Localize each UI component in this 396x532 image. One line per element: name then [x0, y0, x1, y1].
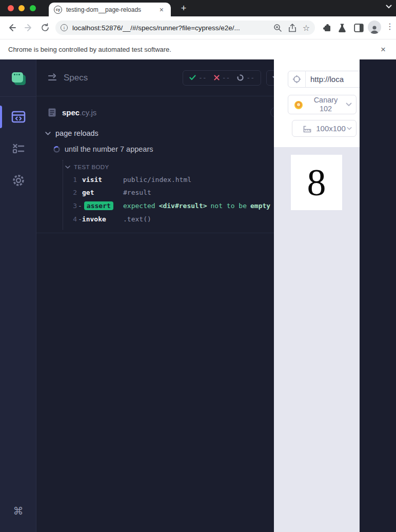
- spec-file-icon: [48, 108, 56, 117]
- specs-list-icon[interactable]: [47, 73, 58, 83]
- back-button[interactable]: [6, 22, 17, 33]
- suite-title: page reloads: [55, 129, 98, 137]
- runnables: page reloads until the number 7 appears …: [36, 123, 310, 233]
- command-number: 3: [70, 202, 77, 210]
- test-title: until the number 7 appears: [65, 145, 153, 153]
- attempt-block: TEST BODY 1 visit public/index.html 2 ge…: [63, 160, 304, 230]
- extensions-puzzle-icon[interactable]: [321, 22, 332, 33]
- fullscreen-window-button[interactable]: [30, 5, 36, 11]
- spec-row[interactable]: spec.cy.js 101ms: [36, 103, 310, 122]
- tab-title: testing-dom__page-reloads: [66, 6, 157, 13]
- command-number: 2: [70, 189, 77, 196]
- aut-viewport: 8: [274, 147, 360, 532]
- command-row-assert[interactable]: 3 -assert expected<div#result>not to bee…: [63, 199, 304, 213]
- viewport-select[interactable]: 100x100: [292, 120, 357, 137]
- attempt-label: TEST BODY: [74, 164, 109, 170]
- url-text[interactable]: localhost:52876/__/#/specs/runner?file=c…: [72, 24, 267, 32]
- test-row[interactable]: until the number 7 appears: [53, 145, 153, 153]
- command-name: -assert: [82, 201, 123, 210]
- spec-name: spec: [62, 108, 80, 117]
- aut-result-number: 8: [307, 163, 326, 201]
- stat-pending: --: [237, 74, 254, 81]
- sidebar-item-runs[interactable]: [0, 137, 36, 160]
- viewport-select-label: 100x100: [316, 124, 346, 133]
- ruler-icon: [303, 124, 312, 133]
- browser-menu-icon[interactable]: ⋮: [386, 22, 394, 31]
- command-message: public/index.html: [123, 176, 191, 183]
- spec-extension: .cy.js: [80, 108, 96, 117]
- check-icon: [189, 75, 196, 80]
- command-number: 4: [70, 215, 77, 223]
- command-message: #result: [123, 189, 151, 196]
- command-row-invoke[interactable]: 4 -invoke .text(): [63, 213, 304, 226]
- profile-avatar[interactable]: [368, 21, 381, 34]
- infobar-close-icon[interactable]: ×: [379, 44, 388, 55]
- sidebar-item-settings[interactable]: [0, 169, 36, 192]
- chevron-down-icon: [347, 127, 352, 130]
- minimize-window-button[interactable]: [18, 5, 25, 11]
- aut-url-value[interactable]: http://loca: [310, 75, 344, 84]
- pending-circle-icon: [237, 74, 244, 81]
- reload-button[interactable]: [39, 22, 51, 33]
- aut-panel: http://loca Canary 102 100x100 8: [274, 59, 360, 532]
- running-spinner-icon: [53, 146, 60, 153]
- divider: [305, 71, 306, 88]
- chevron-down-icon: [65, 166, 70, 169]
- side-panel-icon[interactable]: [353, 22, 364, 33]
- stat-passed: --: [189, 74, 207, 81]
- attempt-header[interactable]: TEST BODY: [63, 160, 304, 173]
- reporter-title: Specs: [64, 73, 183, 83]
- tab-close-icon[interactable]: ×: [157, 5, 166, 14]
- infobar-message: Chrome is being controlled by automated …: [8, 46, 379, 53]
- selector-playground-icon[interactable]: [292, 75, 301, 84]
- command-name: get: [82, 189, 123, 196]
- sidebar-item-specs[interactable]: [0, 106, 36, 128]
- browser-select[interactable]: Canary 102: [288, 95, 357, 114]
- x-icon: [214, 75, 220, 80]
- aut-iframe[interactable]: 8: [291, 155, 342, 210]
- bookmark-star-icon[interactable]: ☆: [303, 23, 310, 33]
- command-row-get[interactable]: 2 get #result: [63, 186, 304, 199]
- cypress-sidebar: ⌘: [0, 59, 36, 532]
- site-info-icon[interactable]: i: [61, 24, 68, 31]
- assert-badge: assert: [84, 201, 113, 210]
- forward-button[interactable]: [23, 22, 34, 33]
- cypress-app: ⌘ Specs -- -- --: [0, 59, 396, 532]
- chevron-down-icon: [45, 132, 51, 135]
- chevron-down-icon: [346, 103, 352, 107]
- browser-tab[interactable]: cy testing-dom__page-reloads ×: [49, 3, 171, 16]
- reporter-panel: Specs -- -- --: [36, 59, 310, 532]
- share-icon[interactable]: [288, 24, 296, 32]
- close-window-button[interactable]: [8, 5, 14, 11]
- tab-strip: cy testing-dom__page-reloads × +: [0, 0, 396, 16]
- aut-url-field[interactable]: http://loca: [288, 71, 360, 88]
- run-stats: -- -- --: [183, 70, 261, 86]
- suite-row[interactable]: page reloads: [45, 129, 98, 137]
- command-name: -invoke: [82, 215, 123, 223]
- zoom-in-icon[interactable]: [273, 24, 282, 32]
- flask-experiment-icon[interactable]: [336, 22, 348, 33]
- cypress-favicon-icon: cy: [54, 6, 62, 14]
- assert-message: expected<div#result>not to beempty: [123, 202, 274, 210]
- reporter-header: Specs -- -- --: [36, 59, 310, 96]
- chrome-canary-icon: [294, 101, 303, 109]
- keyboard-shortcuts-icon[interactable]: ⌘: [0, 505, 36, 517]
- automation-infobar: Chrome is being controlled by automated …: [0, 39, 396, 59]
- command-row-visit[interactable]: 1 visit public/index.html: [63, 173, 304, 186]
- new-tab-button[interactable]: +: [177, 2, 190, 14]
- browser-select-label: Canary 102: [307, 96, 344, 113]
- address-bar[interactable]: i localhost:52876/__/#/specs/runner?file…: [55, 21, 315, 35]
- command-name: visit: [82, 176, 123, 183]
- command-message: .text(): [123, 215, 151, 223]
- browser-toolbar: i localhost:52876/__/#/specs/runner?file…: [0, 16, 396, 39]
- tab-search-chevron-icon[interactable]: [386, 5, 392, 9]
- command-number: 1: [70, 176, 77, 183]
- stat-failed: --: [214, 74, 230, 81]
